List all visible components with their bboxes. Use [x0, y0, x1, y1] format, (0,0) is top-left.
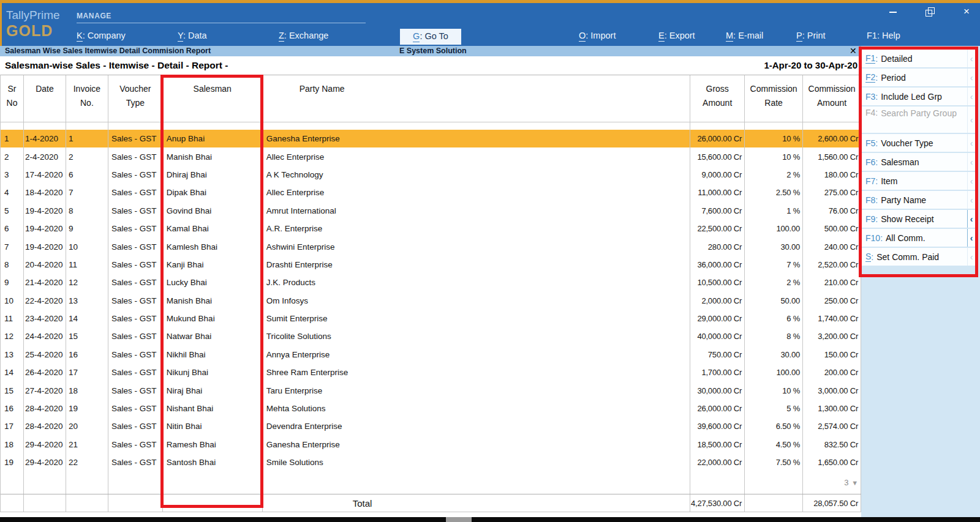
menu-label: Data: [188, 31, 207, 40]
sidebar-item-f2-period[interactable]: F2:Period‹: [862, 69, 975, 86]
sidebar-label: Set Comm. Paid: [876, 252, 939, 262]
total-label: Total: [263, 494, 691, 512]
cell-sr: 18: [1, 436, 24, 453]
cell-rate: 30.00: [745, 346, 803, 364]
cell-salesman: Ramesh Bhai: [163, 436, 263, 453]
expand-down-icon[interactable]: ▼: [851, 479, 858, 487]
menu-print[interactable]: P: Print: [796, 31, 867, 40]
cell-voucher: Sales - GST: [108, 453, 163, 471]
sidebar-colon: :: [875, 157, 878, 167]
menu-export[interactable]: E: Export: [658, 31, 726, 40]
cell-date: 23-4-2020: [24, 310, 66, 327]
sidebar-item-f3-include-led-grp[interactable]: F3:Include Led Grp‹: [862, 88, 975, 105]
table-row[interactable]: 1628-4-202019Sales - GSTNishant BhaiMeht…: [1, 400, 861, 417]
close-icon[interactable]: ×: [962, 7, 971, 16]
minimize-icon[interactable]: [888, 7, 898, 16]
table-row[interactable]: 619-4-20209Sales - GSTKamal BhaiA.R. Ent…: [1, 220, 861, 237]
chevron-left-icon: ‹: [967, 153, 975, 171]
cell-amount: 2,600.00 Cr: [803, 130, 861, 147]
table-row[interactable]: 1728-4-202020Sales - GSTNitin BhaiDevend…: [1, 417, 861, 435]
table-row[interactable]: 820-4-202011Sales - GSTKanji BhaiDrashti…: [1, 256, 861, 274]
menu-import[interactable]: O: Import: [579, 31, 658, 40]
sidebar-item-f8-party-name[interactable]: F8:Party Name‹: [862, 191, 975, 209]
cell-voucher-empty: [108, 471, 163, 494]
cell-rate: 8 %: [745, 327, 803, 345]
table-row[interactable]: 1123-4-202014Sales - GSTMukund BhaiSumit…: [1, 310, 861, 327]
cell-voucher: Sales - GST: [108, 256, 163, 274]
cell-gross-empty: [690, 122, 745, 130]
sidebar-item-f6-salesman[interactable]: F6:Salesman‹: [862, 153, 975, 171]
chevron-left-icon: ‹: [967, 210, 975, 228]
brand-name: TallyPrime: [6, 9, 60, 22]
col-header-sr-no: SrNo: [1, 75, 24, 122]
cell-rate: 50.00: [745, 292, 803, 310]
menu-help[interactable]: F1: Help: [867, 31, 900, 40]
report-title-ribbon: Salesman Wise Sales Itemwise Detail Comm…: [0, 46, 861, 56]
cell-gross: 26,000.00 Cr: [690, 400, 745, 417]
table-row[interactable]: 317-4-20206Sales - GSTDhiraj BhaiA K Tec…: [1, 166, 861, 184]
cell-sr: 11: [1, 310, 24, 327]
table-row[interactable]: 719-4-202010Sales - GSTKamlesh BhaiAshwi…: [1, 237, 861, 255]
sidebar-item-f9-show-receipt[interactable]: F9:Show Receipt‹: [862, 210, 975, 228]
sidebar-item-f10-all-comm[interactable]: F10:All Comm.‹: [862, 229, 975, 247]
cell-rate: 2 %: [745, 274, 803, 291]
cell-gross: 2,000.00 Cr: [690, 292, 745, 310]
report-close-icon[interactable]: ✕: [850, 46, 857, 56]
cell-amount: 3,000.00 Cr: [803, 381, 861, 399]
cell-invoice: 20: [66, 417, 108, 435]
cell-invoice: 22: [66, 453, 108, 471]
cell-party-empty: [263, 122, 691, 130]
sidebar-item-f1-detailed[interactable]: F1:Detailed‹: [862, 50, 975, 67]
cell-salesman: Mukund Bhai: [163, 310, 263, 327]
chevron-left-icon: ‹: [967, 172, 975, 190]
menu-hotkey: E: [658, 31, 665, 42]
cell-voucher: Sales - GST: [108, 147, 163, 165]
table-row[interactable]: 1022-4-202013Sales - GSTManish BhaiOm In…: [1, 292, 861, 310]
cell-sr-empty: [1, 122, 24, 130]
table-row[interactable]: 11-4-20201Sales - GSTAnup BhaiGanesha En…: [1, 130, 861, 147]
restore-icon[interactable]: [925, 7, 935, 16]
chevron-left-icon: ‹: [967, 69, 975, 86]
col-header-voucher-type: VoucherType: [108, 75, 163, 122]
col-header-salesman: Salesman: [163, 75, 263, 122]
table-row[interactable]: 1325-4-202016Sales - GSTNikhil BhaiAnnya…: [1, 346, 861, 364]
table-row[interactable]: 418-4-20207Sales - GSTDipak BhaiAllec En…: [1, 184, 861, 201]
cell-date: 25-4-2020: [24, 346, 66, 364]
total-row: Total 4,27,530.00 Cr 28,057.50 Cr: [1, 494, 861, 512]
chevron-left-icon: ‹: [967, 191, 975, 209]
sidebar-item-s-set-comm-paid[interactable]: S:Set Comm. Paid‹: [862, 248, 975, 266]
cell-salesman: Manish Bhai: [163, 292, 263, 310]
menu-exchange[interactable]: Z: Exchange: [279, 31, 380, 40]
horizontal-scrollbar-thumb[interactable]: [446, 517, 472, 522]
more-rows-count[interactable]: 3: [844, 478, 848, 487]
cell-sr: 15: [1, 381, 24, 399]
sidebar-item-f5-voucher-type[interactable]: F5:Voucher Type‹: [862, 134, 975, 152]
table-row[interactable]: 519-4-20208Sales - GSTGovind BhaiAmrut I…: [1, 202, 861, 220]
cell-amount: 1,740.00 Cr: [803, 310, 861, 327]
cell-invoice-empty: [66, 122, 108, 130]
table-gap-row: 3▼: [1, 471, 861, 494]
cell-date: 1-4-2020: [24, 130, 66, 147]
sidebar-item-f7-item[interactable]: F7:Item‹: [862, 172, 975, 190]
cell-party: Taru Enterprise: [263, 381, 690, 399]
cell-invoice: 9: [66, 220, 108, 237]
cell-invoice: 11: [66, 256, 108, 274]
col-header-commission-amount: CommissionAmount: [803, 75, 861, 122]
cell-salesman: Nitin Bhai: [163, 417, 263, 435]
menu-data[interactable]: Y: Data: [178, 31, 279, 40]
goto-button[interactable]: G: Go To: [400, 29, 461, 45]
table-row[interactable]: 1224-4-202015Sales - GSTNatwar BhaiTrico…: [1, 327, 861, 345]
table-row[interactable]: 22-4-20202Sales - GSTManish BhaiAllec En…: [1, 147, 861, 165]
table-row[interactable]: 921-4-202012Sales - GSTLucky BhaiJ.K. Pr…: [1, 274, 861, 291]
table-row[interactable]: 1829-4-202021Sales - GSTRamesh BhaiGanes…: [1, 436, 861, 453]
cell-sr: 9: [1, 274, 24, 291]
table-row[interactable]: 1929-4-202022Sales - GSTSantosh BhaiSmil…: [1, 453, 861, 471]
sidebar-hotkey: F7: [865, 176, 875, 186]
table-row[interactable]: 1527-4-202018Sales - GSTNiraj BhaiTaru E…: [1, 381, 861, 399]
menu-company[interactable]: K: Company: [77, 31, 178, 40]
ribbon-report-name: Salesman Wise Sales Itemwise Detail Comm…: [5, 47, 211, 55]
table-row[interactable]: 1426-4-202017Sales - GSTNikunj BhaiShree…: [1, 364, 861, 381]
cell-rate: 4.50 %: [745, 436, 803, 453]
menu-e-mail[interactable]: M: E-mail: [726, 31, 796, 40]
horizontal-scrollbar[interactable]: [0, 517, 980, 522]
